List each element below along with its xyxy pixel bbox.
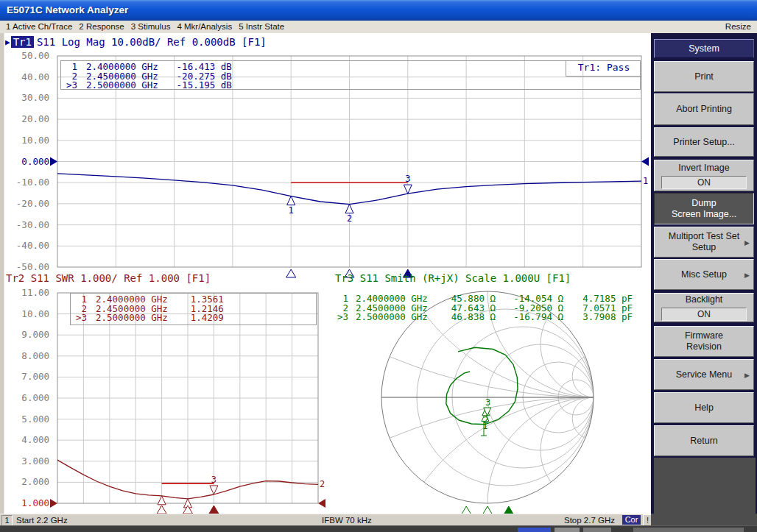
tr2-header: Tr2 S11 SWR 1.000/ Ref 1.000 [F1] [6,273,211,284]
correction-badge: Cor [622,515,641,525]
marker-freq: 2.5000000 GHz [356,313,438,322]
softkey-printer-setup[interactable]: Printer Setup... [654,127,754,157]
svg-text:3: 3 [485,397,490,408]
stop-frequency: Stop 2.7 GHz [564,514,615,526]
marker-value: -15.195 dB [163,81,232,91]
tr2-y-axis-labels: 11.0010.009.0008.0007.0006.0005.0004.000… [0,293,54,514]
tr3-marker-table: 1 2.4000000 GHz 45.880 Ω -14.054 Ω 4.718… [335,294,652,322]
channel-indicator: 1 [1,515,13,526]
tr3-smith-chart: 123 [381,291,594,515]
tr1-header: ▶Tr1S11 Log Mag 10.00dB/ Ref 0.000dB [F1… [5,35,267,49]
tr1-marker-row: >3 2.5000000 GHz -15.195 dB [61,81,640,91]
marker-number: >3 [61,81,77,91]
softkey-help[interactable]: Help [654,392,754,423]
menu-active-ch-trace[interactable]: 1 Active Ch/Trace [6,21,72,33]
submenu-arrow-icon: ▶ [744,270,750,281]
softkey-print[interactable]: Print [654,61,754,92]
marker-capacitance: 3.7908 pF [563,313,633,322]
submenu-arrow-icon: ▶ [744,370,750,381]
taskbar-item[interactable] [583,528,611,532]
softkey-service-menu[interactable]: Service Menu ▶ [654,359,754,390]
status-bar: 1 Start 2.2 GHz IFBW 70 kHz Stop 2.7 GHz… [0,514,651,526]
tr3-header: Tr3 S11 Smith (R+jX) Scale 1.000U [F1] [335,273,571,284]
svg-text:2: 2 [483,415,488,425]
svg-text:2: 2 [347,213,352,224]
tr1-marker-table: 1 2.4000000 GHz -16.413 dB 2 2.4500000 G… [60,60,641,90]
marker-resistance: 46.838 Ω [438,313,496,322]
status-bar-filler [651,514,757,525]
tr3-marker-row: >3 2.5000000 GHz 46.838 Ω -16.794 Ω 3.79… [335,313,652,322]
softkey-firmware-revision[interactable]: Firmware Revision [654,326,754,357]
submenu-arrow-icon: ▶ [744,238,750,249]
menu-stimulus[interactable]: 3 Stimulus [131,21,171,33]
marker-freq: 2.5000000 GHz [86,81,158,91]
marker-number: >3 [335,313,348,322]
taskbar-active-item[interactable] [518,528,551,532]
invert-image-state: ON [661,176,747,189]
menu-bar: 1 Active Ch/Trace 2 Response 3 Stimulus … [0,21,757,34]
tr2-marker-table: 1 2.4000000 GHz 1.3561 2 2.4500000 GHz 1… [70,293,317,325]
taskbar-clock-area [633,528,744,532]
tr1-limit-status: Tr1: Pass [566,60,641,77]
svg-text:1: 1 [289,205,294,216]
softkey-dump-screen-image[interactable]: Dump Screen Image... [654,193,754,224]
tr1-badge: Tr1 [11,36,34,48]
svg-text:1: 1 [643,176,648,186]
softkey-misc-setup[interactable]: Misc Setup ▶ [654,259,754,290]
softkey-menu-title: System [654,39,754,58]
taskbar-strip [0,525,757,532]
svg-text:3: 3 [211,475,216,485]
menu-mkr-analysis[interactable]: 4 Mkr/Analysis [177,21,232,33]
active-trace-arrow-icon: ▶ [5,38,10,47]
marker-freq: 2.5000000 GHz [96,313,168,323]
softkey-abort-printing[interactable]: Abort Printing [654,93,754,125]
menu-instr-state[interactable]: 5 Instr State [239,21,284,33]
svg-text:3: 3 [405,174,410,184]
softkey-backlight[interactable]: Backlight ON [654,293,754,322]
svg-text:2: 2 [320,479,325,489]
tr2-marker-row: >3 2.5000000 GHz 1.4209 [71,313,316,323]
softkey-return[interactable]: Return [654,425,754,456]
softkey-multiport-test-set-setup[interactable]: Multiport Test Set Setup ▶ [654,227,754,258]
window-title: E5071C Network Analyzer [7,4,128,15]
instrument-window: E5071C Network Analyzer 1 Active Ch/Trac… [0,0,757,532]
softkey-invert-image[interactable]: Invert Image ON [654,160,754,191]
title-bar: E5071C Network Analyzer [0,0,757,21]
marker-number: >3 [71,313,87,323]
marker-reactance: -16.794 Ω [496,313,563,322]
menu-response[interactable]: 2 Response [79,21,124,33]
resize-button[interactable]: Resize [725,21,751,33]
taskbar-item[interactable] [554,528,580,532]
ifbw-readout: IFBW 70 kHz [322,514,372,526]
backlight-state: ON [661,308,747,321]
instrument-screen: ▶Tr1S11 Log Mag 10.00dB/ Ref 0.000dB [F1… [0,33,651,514]
tr1-y-axis-labels: 50.0040.0030.0020.0010.000.000-10.00-20.… [0,56,54,277]
softkey-menu: System Print Abort Printing Printer Setu… [651,33,757,525]
tr1-header-text: S11 Log Mag 10.00dB/ Ref 0.000dB [F1] [37,36,267,48]
marker-value: 1.4209 [172,313,224,323]
tr2-swr-plot: 1232 [57,293,318,514]
start-frequency: Start 2.2 GHz [16,514,68,526]
